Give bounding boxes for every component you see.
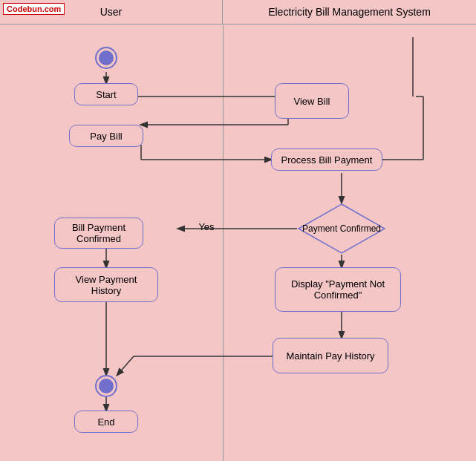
bill-payment-confirmed-box: Bill Payment Confirmed <box>54 218 143 249</box>
svg-line-16 <box>117 356 134 375</box>
start-initial-circle <box>95 47 117 69</box>
end-box: End <box>74 411 138 433</box>
process-bill-payment-box: Process Bill Payment <box>271 148 382 171</box>
display-not-confirmed-box: Display "Payment Not Confirmed" <box>275 267 401 312</box>
start-box: Start <box>74 83 138 105</box>
header-system-label: Electricity Bill Management System <box>223 0 476 24</box>
diagram-container: Codebun.com User Electricity Bill Manage… <box>0 0 476 461</box>
column-divider <box>223 25 224 461</box>
watermark: Codebun.com <box>3 3 65 15</box>
payment-confirmed-diamond: Payment Confirmed <box>297 203 386 255</box>
pay-bill-box: Pay Bill <box>69 125 143 147</box>
view-payment-history-box: View Payment History <box>54 267 158 302</box>
yes-label: Yes <box>192 219 221 234</box>
header: User Electricity Bill Management System <box>0 0 476 24</box>
maintain-pay-history-box: Maintain Pay History <box>273 338 388 373</box>
end-circle-intermediate <box>95 375 117 397</box>
view-bill-box: View Bill <box>275 83 349 119</box>
